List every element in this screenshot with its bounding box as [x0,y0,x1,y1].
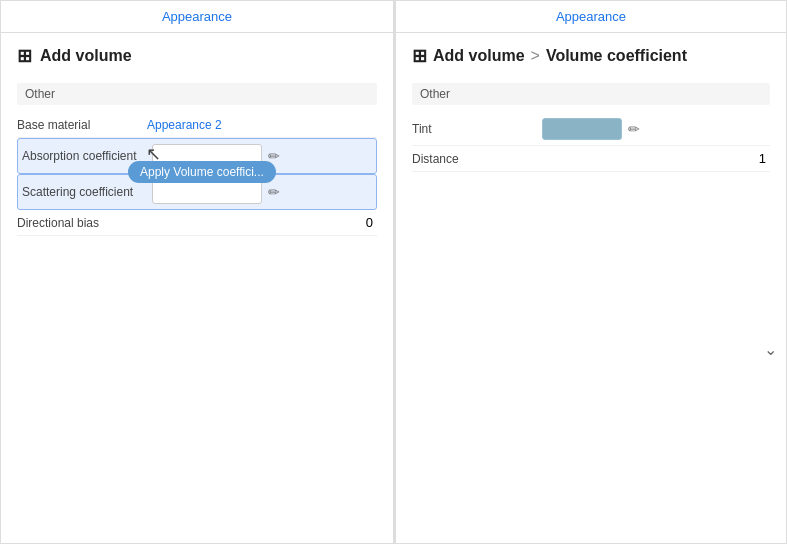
field-row-base-material: Base material Appearance 2 [17,113,377,138]
tint-edit-icon[interactable]: ✏ [628,121,640,137]
left-panel-header: Appearance [1,1,393,33]
base-material-label: Base material [17,118,147,132]
chevron-down-icon[interactable]: ⌄ [764,340,777,359]
breadcrumb-subtitle: Volume coefficient [546,47,687,65]
breadcrumb-separator: > [531,47,540,65]
directional-label: Directional bias [17,216,147,230]
left-panel-content: ⊞ Add volume Other Base material Appeara… [1,33,393,543]
distance-value: 1 [542,151,770,166]
left-panel-title: ⊞ Add volume [17,45,377,67]
right-section-label: Other [412,83,770,105]
tint-label: Tint [412,122,542,136]
field-row-distance: Distance 1 [412,146,770,172]
distance-label: Distance [412,152,542,166]
right-panel-container: Appearance ⊞ Add volume > Volume coeffic… [395,0,787,544]
left-panel: Appearance ⊞ Add volume Other Base mater… [0,0,394,544]
scattering-input[interactable] [152,180,262,204]
left-section-label: Other [17,83,377,105]
right-panel-header: Appearance [396,1,786,33]
field-row-absorption: Absorption coefficient ✏ ↖ Apply Volume … [17,138,377,174]
appearance-2-link[interactable]: Appearance 2 [147,118,222,132]
scattering-value: ✏ [152,180,372,204]
volume-icon: ⊞ [17,45,32,67]
breadcrumb: ⊞ Add volume > Volume coefficient [412,45,770,67]
volume-icon-right: ⊞ [412,45,427,67]
right-panel-content: ⊞ Add volume > Volume coefficient Other … [396,33,786,543]
left-title-text: Add volume [40,47,132,65]
distance-number: 1 [759,151,770,166]
field-row-directional: Directional bias 0 [17,210,377,236]
right-panel: Appearance ⊞ Add volume > Volume coeffic… [395,0,787,544]
scattering-edit-icon[interactable]: ✏ [268,184,280,200]
absorption-label: Absorption coefficient [22,149,152,163]
directional-number: 0 [366,215,377,230]
field-row-tint: Tint ✏ [412,113,770,146]
directional-value: 0 [147,215,377,230]
apply-volume-button[interactable]: Apply Volume coeffici... [128,161,276,183]
tint-value: ✏ [542,118,770,140]
tint-color-swatch[interactable] [542,118,622,140]
breadcrumb-title: Add volume [433,47,525,65]
scattering-label: Scattering coefficient [22,185,152,199]
base-material-value: Appearance 2 [147,118,377,132]
